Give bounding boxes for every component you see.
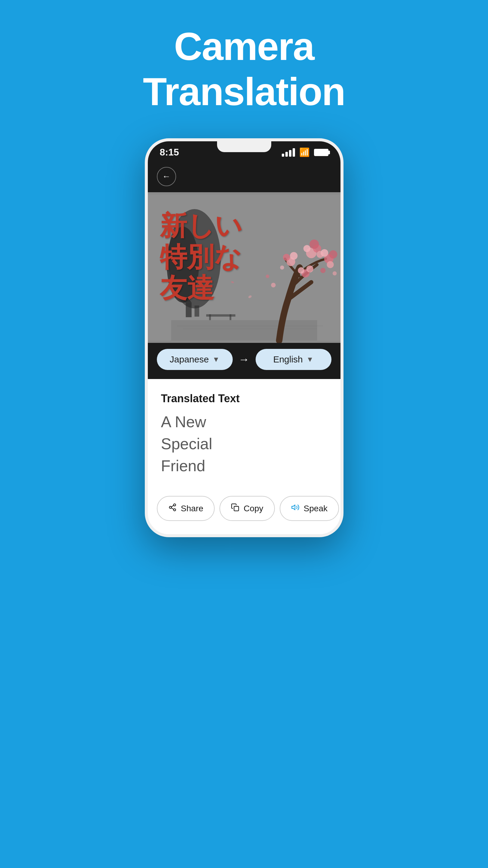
copy-icon (231, 503, 239, 514)
svg-point-30 (320, 268, 325, 273)
source-language-selector[interactable]: Japanese ▼ (157, 349, 233, 370)
speak-button[interactable]: Speak (280, 496, 339, 521)
svg-point-26 (298, 267, 304, 274)
signal-icon (282, 148, 295, 157)
translated-text-label: Translated Text (161, 392, 327, 405)
source-language-label: Japanese (170, 354, 209, 365)
svg-point-29 (280, 266, 284, 270)
svg-point-27 (271, 283, 276, 287)
translation-result-area: Translated Text A New Special Friend (148, 379, 340, 477)
translated-line3: Friend (161, 455, 327, 477)
target-language-selector[interactable]: English ▼ (256, 349, 331, 370)
translated-line1: A New (161, 411, 327, 433)
source-language-dropdown-icon: ▼ (213, 355, 220, 364)
translated-text-content: A New Special Friend (161, 411, 327, 477)
share-label: Share (181, 504, 203, 514)
status-icons: 📶 (282, 147, 328, 157)
language-direction-arrow: → (239, 353, 250, 366)
japanese-line3: 友達 (160, 273, 242, 304)
svg-line-38 (171, 505, 174, 507)
svg-point-28 (265, 275, 269, 278)
camera-image: 新しい 特別な 友達 (148, 192, 340, 343)
svg-rect-9 (171, 320, 317, 341)
copy-label: Copy (243, 504, 263, 514)
speak-icon (291, 503, 299, 514)
translated-line2: Special (161, 433, 327, 455)
svg-point-25 (306, 266, 313, 272)
back-button[interactable]: ← (157, 167, 176, 186)
share-icon (168, 503, 177, 514)
target-language-dropdown-icon: ▼ (306, 355, 314, 364)
svg-rect-39 (234, 506, 239, 511)
status-time: 8:15 (160, 147, 179, 158)
svg-point-23 (290, 252, 297, 260)
app-bar: ← (148, 161, 340, 192)
svg-rect-5 (194, 306, 199, 317)
svg-rect-7 (209, 314, 211, 320)
japanese-line1: 新しい (160, 210, 242, 242)
title-line1: Camera (174, 24, 314, 68)
svg-line-37 (171, 508, 174, 509)
action-bar: Share Copy Speak (148, 490, 340, 534)
svg-rect-8 (229, 314, 231, 320)
svg-point-15 (310, 240, 319, 249)
phone-mockup: 8:15 📶 ← (145, 138, 344, 537)
source-text-overlay: 新しい 特別な 友達 (160, 210, 242, 304)
target-language-label: English (273, 354, 302, 365)
svg-marker-40 (292, 505, 295, 510)
svg-point-19 (329, 250, 337, 258)
app-title: Camera Translation (143, 24, 345, 114)
svg-point-14 (303, 245, 310, 252)
share-button[interactable]: Share (157, 496, 215, 521)
language-selector-bar: Japanese ▼ → English ▼ (148, 343, 340, 379)
copy-button[interactable]: Copy (220, 496, 274, 521)
svg-point-31 (332, 272, 336, 276)
status-bar: 8:15 📶 (148, 141, 340, 161)
speak-label: Speak (304, 504, 328, 514)
title-line2: Translation (143, 70, 345, 114)
battery-icon (314, 149, 328, 156)
svg-rect-3 (186, 303, 192, 317)
svg-point-20 (327, 261, 333, 268)
japanese-line2: 特別な (160, 242, 242, 273)
svg-point-22 (283, 254, 290, 260)
back-arrow-icon: ← (162, 172, 171, 181)
svg-point-18 (321, 249, 328, 257)
wifi-icon: 📶 (299, 147, 310, 157)
